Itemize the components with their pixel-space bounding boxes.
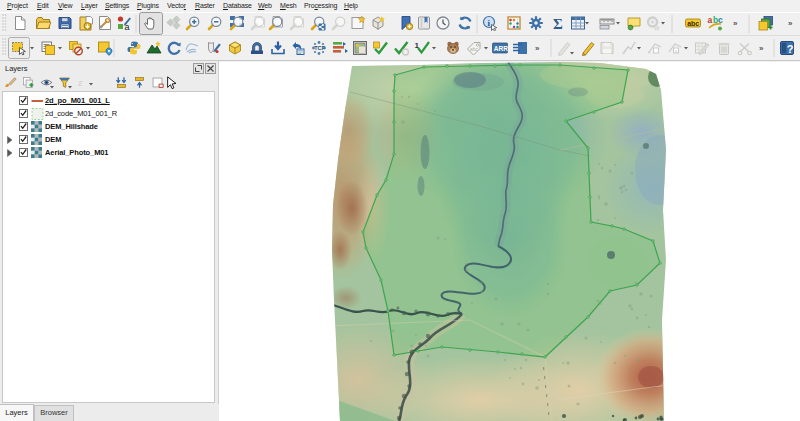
svg-text:»: »: [759, 44, 764, 53]
svg-text:»: »: [788, 19, 793, 28]
svg-text:»: »: [733, 19, 738, 28]
svg-text:»: »: [535, 44, 540, 53]
